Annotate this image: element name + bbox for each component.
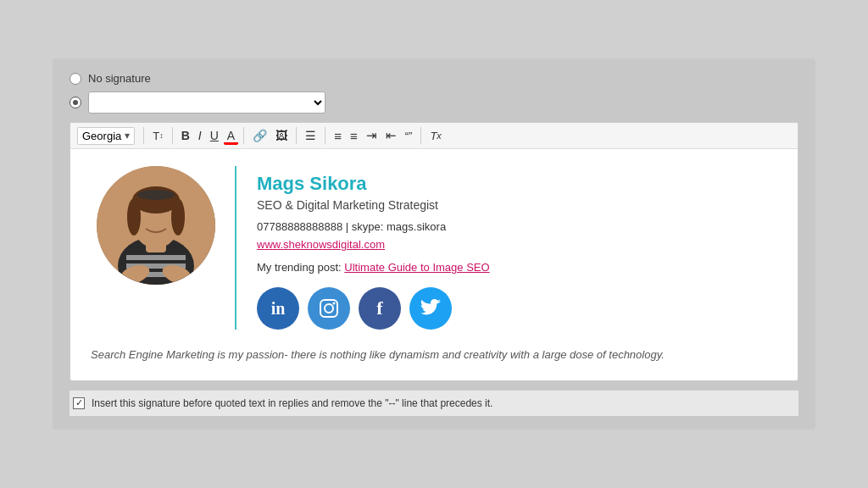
sig-trending-label: My trending post: (257, 261, 342, 274)
facebook-icon[interactable]: f (359, 287, 401, 330)
font-color-button[interactable]: A (224, 127, 238, 145)
vertical-divider (235, 166, 236, 330)
link-button[interactable]: 🔗 (249, 127, 270, 144)
signature-card: Mags Sikora SEO & Digital Marketing Stra… (91, 166, 777, 330)
info-section: Mags Sikora SEO & Digital Marketing Stra… (257, 166, 777, 330)
sig-phone: 07788888888888 (257, 220, 342, 233)
sig-contact: 07788888888888 | skype: mags.sikora (257, 220, 777, 233)
sig-name: Mags Sikora (257, 173, 777, 195)
bold-button[interactable]: B (178, 127, 193, 144)
avatar-image (97, 166, 215, 285)
underline-button[interactable]: U (207, 127, 222, 144)
align-button[interactable]: ☰ (302, 127, 320, 144)
social-icons: in f (257, 287, 777, 330)
clear-format-button[interactable]: Tx (426, 128, 444, 144)
avatar (97, 166, 215, 285)
avatar-section (91, 166, 235, 285)
indent-button[interactable]: ⇥ (363, 126, 381, 145)
signature-dropdown[interactable] (88, 92, 326, 114)
signature-radio[interactable] (70, 97, 81, 108)
sep1 (143, 127, 144, 144)
sep4 (296, 127, 297, 144)
no-signature-row: No signature (70, 72, 798, 85)
italic-button[interactable]: I (195, 127, 205, 144)
sig-title: SEO & Digital Marketing Strategist (257, 198, 777, 212)
sig-trending: My trending post: Ultimate Guide to Imag… (257, 261, 777, 274)
image-button[interactable]: 🖼 (272, 127, 291, 144)
sep5 (325, 127, 326, 144)
twitter-icon[interactable] (409, 287, 452, 330)
sig-trending-link[interactable]: Ultimate Guide to Image SEO (344, 261, 489, 274)
svg-point-10 (137, 190, 175, 200)
instagram-icon[interactable] (308, 287, 350, 330)
sep6 (420, 127, 421, 144)
sig-website[interactable]: www.sheknowsdigital.com (257, 238, 777, 251)
outdent-button[interactable]: ⇤ (382, 126, 400, 145)
sig-skype: skype: mags.sikora (352, 220, 446, 233)
sig-sep: | (346, 220, 352, 233)
toolbar: Georgia ▾ T↕ B I U A 🔗 🖼 ☰ ≡ ≡ ⇥ ⇤ “” Tx (70, 123, 798, 149)
font-dropdown-arrow: ▾ (125, 130, 130, 141)
signature-row (70, 92, 798, 114)
sep2 (172, 127, 173, 144)
svg-point-8 (127, 198, 141, 236)
ordered-list-button[interactable]: ≡ (331, 127, 345, 145)
blockquote-button[interactable]: “” (402, 128, 416, 144)
footer-label: Insert this signature before quoted text… (92, 397, 492, 409)
unordered-list-button[interactable]: ≡ (347, 127, 361, 145)
editor-box: Georgia ▾ T↕ B I U A 🔗 🖼 ☰ ≡ ≡ ⇥ ⇤ “” Tx (70, 122, 798, 381)
svg-point-9 (171, 198, 185, 236)
sig-quote: Search Engine Marketing is my passion- t… (91, 347, 777, 363)
font-label: Georgia (82, 130, 121, 142)
svg-rect-2 (126, 255, 186, 260)
linkedin-icon[interactable]: in (257, 287, 299, 330)
no-signature-radio[interactable] (70, 73, 81, 85)
svg-point-14 (325, 304, 333, 313)
no-signature-label: No signature (88, 72, 151, 85)
content-area: Mags Sikora SEO & Digital Marketing Stra… (70, 149, 798, 380)
font-size-button[interactable]: T↕ (149, 128, 166, 144)
svg-point-15 (333, 302, 336, 305)
main-container: No signature Georgia ▾ T↕ B I U A 🔗 🖼 (53, 58, 815, 430)
footer-row: Insert this signature before quoted text… (70, 390, 798, 416)
font-picker[interactable]: Georgia ▾ (77, 127, 135, 145)
sep3 (243, 127, 244, 144)
insert-signature-checkbox[interactable] (73, 397, 85, 409)
